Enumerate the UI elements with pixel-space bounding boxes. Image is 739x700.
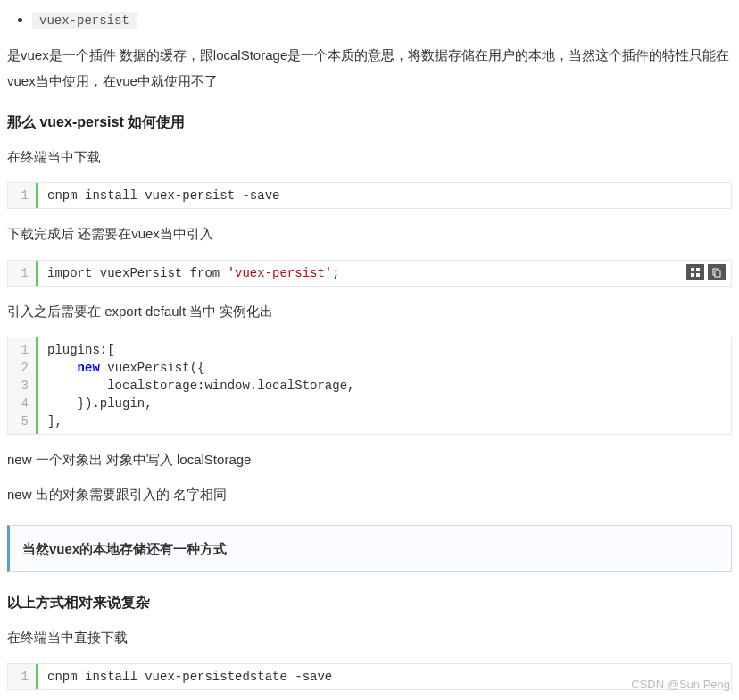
code-content: plugins:[ new vuexPersist({ localstorage…: [38, 338, 731, 434]
paragraph: 在终端当中下载: [7, 145, 732, 171]
svg-rect-3: [696, 273, 700, 277]
code-gutter: 1: [8, 261, 38, 286]
code-content: cnpm install vuex-persist -save: [38, 183, 731, 208]
paragraph: 在终端当中直接下载: [7, 625, 732, 651]
code-block-import: 1 import vuexPersist from 'vuex-persist'…: [7, 260, 732, 287]
svg-rect-5: [715, 271, 720, 277]
paragraph: 下载完成后 还需要在vuex当中引入: [7, 221, 732, 247]
code-gutter: 1: [8, 664, 38, 689]
copy-button[interactable]: [708, 264, 726, 280]
code-block-plugins: 1 2 3 4 5 plugins:[ new vuexPersist({ lo…: [7, 337, 732, 435]
code-content: cnpm install vuex-persistedstate -save: [38, 664, 731, 689]
code-block-install: 1 cnpm install vuex-persist -save: [7, 182, 732, 209]
code-content: import vuexPersist from 'vuex-persist';: [38, 261, 731, 286]
inline-code: vuex-persist: [32, 12, 137, 29]
blockquote-text: 当然vuex的本地存储还有一种方式: [22, 541, 227, 556]
code-block-install2: 1 cnpm install vuex-persistedstate -save: [7, 663, 732, 690]
paragraph: new 一个对象出 对象中写入 localStorage: [7, 447, 732, 473]
code-gutter: 1 2 3 4 5: [8, 338, 38, 434]
paragraph: new 出的对象需要跟引入的 名字相同: [7, 482, 732, 508]
code-gutter: 1: [8, 183, 38, 208]
list-item: vuex-persist: [32, 7, 732, 32]
code-toolbar: [686, 264, 726, 280]
grid-icon: [690, 267, 701, 278]
watermark: CSDN @Sun Peng: [631, 674, 730, 695]
heading-complex: 以上方式相对来说复杂: [7, 590, 732, 616]
svg-rect-2: [691, 273, 694, 277]
blockquote-note: 当然vuex的本地存储还有一种方式: [7, 525, 732, 572]
bullet-list: vuex-persist: [7, 7, 732, 32]
svg-rect-0: [691, 268, 694, 271]
svg-rect-1: [696, 268, 700, 271]
copy-icon: [711, 267, 722, 278]
heading-how-to-use: 那么 vuex-persist 如何使用: [7, 110, 732, 136]
toggle-view-button[interactable]: [686, 264, 704, 280]
intro-paragraph: 是vuex是一个插件 数据的缓存，跟localStorage是一个本质的意思，将…: [7, 43, 732, 94]
paragraph: 引入之后需要在 export default 当中 实例化出: [7, 299, 732, 325]
